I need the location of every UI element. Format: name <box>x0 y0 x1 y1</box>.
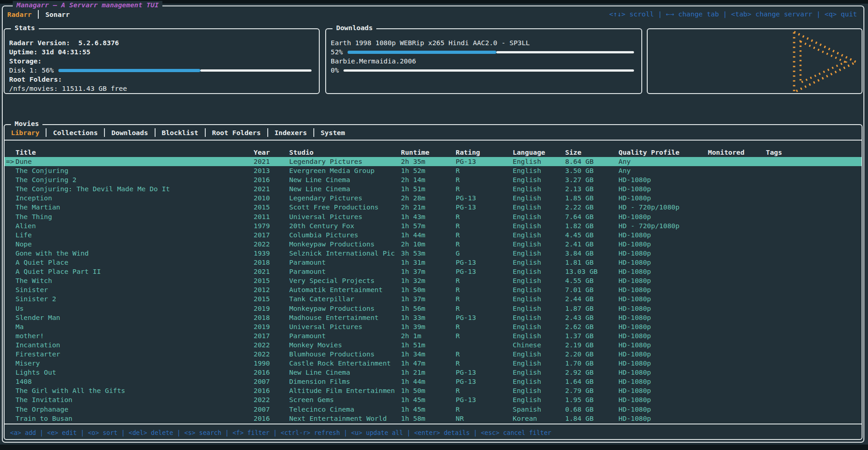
table-row[interactable]: Alien 1979 20th Century Fox 1h 57m R Eng… <box>5 221 862 230</box>
root-folders-label: Root Folders: <box>9 75 62 84</box>
table-row[interactable]: Incantation 2022 Monkey Movies 1h 51m Ch… <box>5 340 862 350</box>
movie-year-cell: 2022 <box>254 240 289 249</box>
table-row[interactable]: Inception 2010 Legendary Pictures 2h 28m… <box>5 194 862 203</box>
column-header-quality-profile: Quality Profile <box>619 148 708 157</box>
movie-year-cell: 2007 <box>254 377 289 386</box>
movie-title-cell: The Martian <box>16 203 254 212</box>
movie-tags-cell <box>766 203 862 212</box>
table-row[interactable]: The Invitation 2022 Screen Gems 1h 45m P… <box>5 395 862 404</box>
table-row[interactable]: Us 2019 Monkeypaw Productions 1h 56m R E… <box>5 304 862 313</box>
selection-marker <box>5 184 16 194</box>
table-row[interactable]: Slender Man 2018 Madhouse Entertainment … <box>5 313 862 322</box>
table-row[interactable]: Firestarter 2022 Blumhouse Productions 1… <box>5 350 862 359</box>
movie-title-cell: Dune <box>16 157 254 166</box>
table-row[interactable]: The Girl with All the Gifts 2016 Altitud… <box>5 386 862 395</box>
stats-panel: Stats Radarr Version:5.2.6.8376 Uptime:3… <box>4 28 320 94</box>
column-header-year: Year <box>254 148 289 157</box>
movie-studio-cell: Castle Rock Entertainment <box>289 359 401 368</box>
movie-title-cell: Gone with the Wind <box>16 249 254 258</box>
table-row[interactable]: 1408 2007 Dimension Films 1h 44m PG-13 E… <box>5 377 862 386</box>
table-row[interactable]: Misery 1990 Castle Rock Entertainment 1h… <box>5 359 862 368</box>
movie-runtime-cell: 1h 51m <box>401 184 456 194</box>
movie-tags-cell <box>766 184 862 194</box>
tab-downloads[interactable]: Downloads <box>111 129 148 136</box>
movie-quality-profile-cell: HD-1080p <box>619 368 708 377</box>
movie-tags-cell <box>766 285 862 294</box>
table-row[interactable]: => Dune 2021 Legendary Pictures 2h 35m P… <box>5 157 862 166</box>
movie-title-cell: Train to Busan <box>16 414 254 423</box>
tab-collections[interactable]: Collections <box>53 129 98 136</box>
movie-monitored-cell <box>708 322 766 331</box>
movie-rating-cell: PG-13 <box>456 203 513 212</box>
tab-indexers[interactable]: Indexers <box>275 129 307 136</box>
table-row[interactable]: Gone with the Wind 1939 Selznick Interna… <box>5 249 862 258</box>
movie-quality-profile-cell: HD-1080p <box>619 194 708 203</box>
selection-marker <box>5 377 16 386</box>
movie-rating-cell: R <box>456 240 513 249</box>
download-percent-label: 0% <box>331 66 339 75</box>
movie-monitored-cell <box>708 340 766 350</box>
table-row[interactable]: The Thing 2011 Universal Pictures 1h 43m… <box>5 212 862 221</box>
movie-year-cell: 2016 <box>254 386 289 395</box>
selection-marker: => <box>5 157 16 166</box>
movie-title-cell: Nope <box>16 240 254 249</box>
movie-monitored-cell <box>708 166 766 175</box>
movie-year-cell: 2015 <box>254 276 289 285</box>
table-row[interactable]: Sinister 2012 Automatik Entertainment 1h… <box>5 285 862 294</box>
table-row[interactable]: Train to Busan 2016 Next Entertainment W… <box>5 414 862 423</box>
movies-table: => Dune 2021 Legendary Pictures 2h 35m P… <box>5 157 862 423</box>
table-row[interactable]: The Conjuring: The Devil Made Me Do It 2… <box>5 184 862 194</box>
servarr-tab-sonarr[interactable]: Sonarr <box>45 10 69 18</box>
movie-title-cell: The Invitation <box>16 395 254 404</box>
uptime-label: Uptime: <box>9 47 37 57</box>
table-row[interactable]: The Conjuring 2 2016 New Line Cinema 2h … <box>5 175 862 184</box>
movie-size-cell: 2.44 GB <box>565 294 619 303</box>
tab-blocklist[interactable]: Blocklist <box>162 129 198 136</box>
movie-quality-profile-cell: HD-1080p <box>619 322 708 331</box>
tab-system[interactable]: System <box>321 129 345 136</box>
movie-monitored-cell <box>708 258 766 267</box>
servarr-tab-radarr[interactable]: Radarr <box>7 10 31 18</box>
table-row[interactable]: Lights Out 2016 New Line Cinema 1h 21m P… <box>5 368 862 377</box>
table-row[interactable]: Life 2017 Columbia Pictures 1h 44m R Eng… <box>5 230 862 240</box>
movie-tags-cell <box>766 331 862 340</box>
app-title: Managarr – A Servarr management TUI <box>13 1 162 9</box>
movie-year-cell: 2022 <box>254 340 289 350</box>
table-row[interactable]: Sinister 2 2015 Tank Caterpillar 1h 37m … <box>5 294 862 303</box>
table-row[interactable]: A Quiet Place 2018 Paramount 1h 31m PG-1… <box>5 258 862 267</box>
movie-language-cell: Spanish <box>513 405 565 414</box>
movie-runtime-cell: 1h 50m <box>401 386 456 395</box>
movie-rating-cell: R <box>456 331 513 340</box>
tab-divider <box>155 128 156 137</box>
movie-runtime-cell: 3h 53m <box>401 249 456 258</box>
movie-language-cell: English <box>513 175 565 184</box>
table-row[interactable]: Nope 2022 Monkeypaw Productions 2h 10m R… <box>5 240 862 249</box>
table-row[interactable]: The Witch 2015 Very Special Projects 1h … <box>5 276 862 285</box>
selection-marker <box>5 221 16 230</box>
movie-title-cell: Sinister <box>16 285 254 294</box>
tab-root-folders[interactable]: Root Folders <box>212 129 261 136</box>
movie-year-cell: 2017 <box>254 331 289 340</box>
radarr-version-value: 5.2.6.8376 <box>78 38 119 47</box>
movie-studio-cell: Dimension Films <box>289 377 401 386</box>
table-row[interactable]: A Quiet Place Part II 2021 Paramount 1h … <box>5 267 862 276</box>
table-row[interactable]: The Conjuring 2013 Evergreen Media Group… <box>5 166 862 175</box>
movie-size-cell: 2.62 GB <box>565 322 619 331</box>
selection-marker <box>5 350 16 359</box>
table-row[interactable]: The Martian 2015 Scott Free Productions … <box>5 203 862 212</box>
movie-tags-cell <box>766 322 862 331</box>
movie-language-cell: English <box>513 395 565 404</box>
servarr-tab-bar: RadarrSonarr <box>7 9 70 20</box>
table-row[interactable]: The Orphanage 2007 Telecinco Cinema 1h 4… <box>5 405 862 414</box>
table-row[interactable]: Ma 2019 Universal Pictures 1h 39m R Engl… <box>5 322 862 331</box>
movie-tags-cell <box>766 240 862 249</box>
movie-quality-profile-cell: HD-1080p <box>619 212 708 221</box>
movie-rating-cell: PG-13 <box>456 194 513 203</box>
download-progress-row: 52% <box>331 47 635 57</box>
movie-title-cell: mother! <box>16 331 254 340</box>
movie-language-cell: English <box>513 350 565 359</box>
table-row[interactable]: mother! 2017 Paramount 2h 1m R English 1… <box>5 331 862 340</box>
tab-library[interactable]: Library <box>11 129 39 136</box>
movie-rating-cell: R <box>456 304 513 313</box>
root-folder-value: /nfs/movies: 11511.43 GB free <box>9 84 127 93</box>
